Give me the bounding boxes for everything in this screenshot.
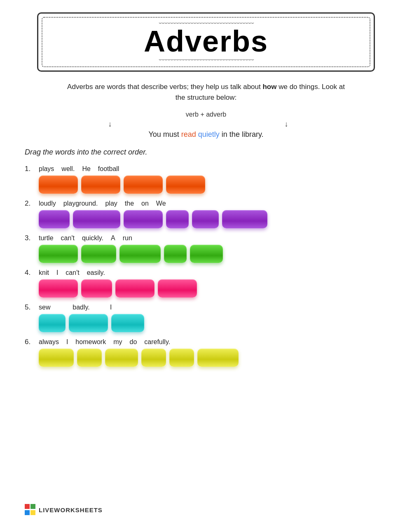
drag-btn-1-3[interactable] <box>124 176 163 194</box>
drag-btn-6-6[interactable] <box>197 349 239 367</box>
drag-btn-4-2[interactable] <box>81 279 112 298</box>
words-row-2: 2. loudly playground. play the on We <box>25 199 387 208</box>
word-6-1: always <box>39 338 59 346</box>
buttons-row-3 <box>39 245 387 263</box>
word-2-4: the <box>125 200 134 207</box>
row-number-1: 1. <box>25 165 37 173</box>
example-verb: read <box>181 130 196 138</box>
word-4-1: knit <box>39 269 49 277</box>
drag-btn-6-1[interactable] <box>39 349 74 367</box>
word-5-4 <box>97 304 103 311</box>
drag-btn-5-3[interactable] <box>111 314 144 332</box>
word-4-3: can't <box>66 269 79 277</box>
exercise-section: 1. plays well. He football 2. loudly pla… <box>25 165 387 373</box>
row-number-3: 3. <box>25 234 37 242</box>
drag-btn-3-3[interactable] <box>119 245 161 263</box>
drag-btn-4-3[interactable] <box>115 279 154 298</box>
word-5-2 <box>58 304 65 311</box>
buttons-row-5 <box>39 314 387 332</box>
word-1-3: He <box>82 165 90 173</box>
drag-btn-6-4[interactable] <box>141 349 166 367</box>
word-2-5: on <box>141 200 149 207</box>
drag-btn-1-2[interactable] <box>81 176 120 194</box>
logo-cell-green <box>30 504 35 509</box>
words-row-3: 3. turtle can't quickly. A run <box>25 234 387 242</box>
exercise-row-5: 5. sew badly. I <box>25 303 387 334</box>
word-2-6: We <box>156 200 166 207</box>
word-1-1: plays <box>39 165 54 173</box>
drag-btn-1-4[interactable] <box>166 176 205 194</box>
word-3-5: run <box>123 234 132 242</box>
structure-example: verb + adverb ↓ ↓ You must read quietly … <box>104 111 308 139</box>
drag-btn-3-1[interactable] <box>39 245 78 263</box>
word-4-2: I <box>56 269 58 277</box>
drag-btn-1-1[interactable] <box>39 176 78 194</box>
title-box: ⌣⌣⌣⌣⌣⌣⌣⌣⌣⌣⌣⌣⌣⌣⌣⌣⌣⌣⌣⌣⌣⌣⌣⌣⌣⌣⌣⌣⌣⌣⌣⌣⌣ Adverb… <box>37 12 375 72</box>
drag-btn-2-3[interactable] <box>124 210 163 228</box>
buttons-row-6 <box>39 349 387 367</box>
drag-btn-2-6[interactable] <box>222 210 267 228</box>
word-6-5: do <box>130 338 137 346</box>
word-3-4: A <box>111 234 115 242</box>
word-6-4: my <box>113 338 122 346</box>
words-row-1: 1. plays well. He football <box>25 165 387 173</box>
buttons-row-2 <box>39 210 387 228</box>
drag-btn-3-5[interactable] <box>190 245 223 263</box>
example-adverb: quietly <box>198 130 220 138</box>
exercise-row-4: 4. knit I can't easily. <box>25 269 387 299</box>
word-6-3: homework <box>75 338 106 346</box>
words-row-6: 6. always I homework my do carefully. <box>25 338 387 346</box>
drag-btn-3-2[interactable] <box>81 245 116 263</box>
drag-btn-4-4[interactable] <box>158 279 197 298</box>
row-number-4: 4. <box>25 269 37 277</box>
logo-cell-red <box>25 504 30 509</box>
description-text: Adverbs are words that describe verbs; t… <box>66 82 346 103</box>
structure-formula: verb + adverb <box>104 111 308 118</box>
liveworksheets-logo <box>25 504 36 516</box>
drag-btn-5-1[interactable] <box>39 314 66 332</box>
word-6-6: carefully. <box>144 338 170 346</box>
drag-btn-4-1[interactable] <box>39 279 78 298</box>
word-1-4: football <box>98 165 119 173</box>
word-5-5: I <box>110 304 112 311</box>
row-number-6: 6. <box>25 338 37 346</box>
buttons-row-4 <box>39 279 387 298</box>
buttons-row-1 <box>39 176 387 194</box>
exercise-row-6: 6. always I homework my do carefully. <box>25 338 387 368</box>
drag-btn-2-5[interactable] <box>192 210 219 228</box>
exercise-row-1: 1. plays well. He football <box>25 165 387 195</box>
exercise-row-2: 2. loudly playground. play the on We <box>25 199 387 230</box>
drag-btn-2-4[interactable] <box>166 210 189 228</box>
drag-btn-6-5[interactable] <box>169 349 194 367</box>
drag-btn-5-2[interactable] <box>69 314 108 332</box>
example-suffix: in the library. <box>220 130 264 138</box>
logo-cell-blue <box>25 510 30 515</box>
drag-btn-3-4[interactable] <box>164 245 187 263</box>
drag-btn-6-3[interactable] <box>105 349 138 367</box>
word-3-1: turtle <box>39 234 54 242</box>
word-2-1: loudly <box>39 200 56 207</box>
scallop-decoration-bottom: ⌣⌣⌣⌣⌣⌣⌣⌣⌣⌣⌣⌣⌣⌣⌣⌣⌣⌣⌣⌣⌣⌣⌣⌣⌣⌣⌣⌣⌣⌣⌣⌣⌣ <box>59 58 353 62</box>
exercise-row-3: 3. turtle can't quickly. A run <box>25 234 387 265</box>
example-sentence: You must read quietly in the library. <box>104 130 308 139</box>
example-prefix: You must <box>148 130 181 138</box>
word-3-3: quickly. <box>82 234 103 242</box>
drag-btn-2-2[interactable] <box>73 210 120 228</box>
words-row-5: 5. sew badly. I <box>25 303 387 312</box>
page-title: Adverbs <box>59 25 353 58</box>
word-3-2: can't <box>61 234 75 242</box>
drag-btn-6-2[interactable] <box>77 349 102 367</box>
arrows: ↓ ↓ <box>108 120 308 129</box>
logo-cell-yellow <box>30 510 35 515</box>
drag-btn-2-1[interactable] <box>39 210 70 228</box>
row-number-5: 5. <box>25 303 37 312</box>
word-4-4: easily. <box>87 269 105 277</box>
footer: LIVEWORKSHEETS <box>25 492 103 516</box>
instruction-text: Drag the words into the correct order. <box>25 148 147 157</box>
footer-brand-text: LIVEWORKSHEETS <box>39 506 103 513</box>
word-5-1: sew <box>39 304 50 311</box>
words-row-4: 4. knit I can't easily. <box>25 269 387 277</box>
word-6-2: I <box>66 338 68 346</box>
word-2-2: playground. <box>63 200 98 207</box>
row-number-2: 2. <box>25 199 37 208</box>
